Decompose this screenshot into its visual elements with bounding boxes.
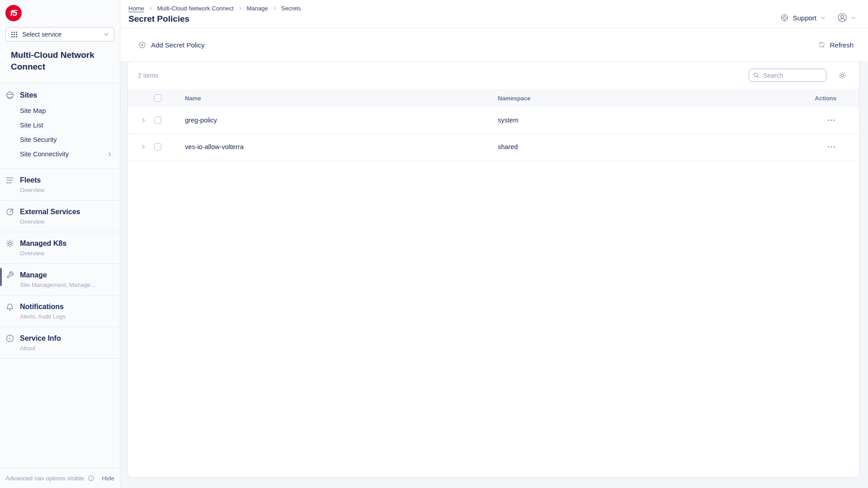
sidebar-item-fleets[interactable]: Fleets bbox=[5, 176, 114, 185]
table-toolbar-right bbox=[749, 69, 846, 82]
external-services-icon bbox=[5, 207, 14, 216]
row-actions-menu-icon[interactable] bbox=[826, 115, 836, 125]
select-all-checkbox[interactable] bbox=[154, 94, 161, 102]
chevron-right-icon bbox=[272, 6, 277, 11]
advanced-nav-label: Advanced nav options visible bbox=[5, 475, 84, 482]
sidebar-section-subtitle: Alerts, Audit Logs bbox=[20, 313, 114, 320]
row-checkbox[interactable] bbox=[154, 117, 161, 124]
refresh-button[interactable]: Refresh bbox=[818, 41, 854, 49]
sidebar-section-subtitle: Overview bbox=[20, 218, 114, 225]
sidebar-section-fleets: Fleets Overview bbox=[0, 169, 120, 201]
sidebar-section-subtitle: About bbox=[20, 345, 114, 352]
column-header-actions: Actions bbox=[815, 95, 836, 102]
info-icon bbox=[88, 475, 94, 482]
action-toolbar: Add Secret Policy Refresh bbox=[120, 28, 868, 61]
sub-link-label: Site Security bbox=[20, 136, 57, 143]
chevron-right-icon bbox=[107, 151, 113, 157]
sidebar-spacer bbox=[0, 359, 120, 468]
wrench-icon bbox=[5, 271, 14, 280]
sidebar-section-title: Service Info bbox=[20, 334, 61, 343]
sidebar-item-site-map[interactable]: Site Map bbox=[20, 103, 114, 118]
sidebar-item-notifications[interactable]: Notifications bbox=[5, 302, 114, 311]
row-checkbox[interactable] bbox=[154, 143, 161, 150]
page-header-left: Home Multi-Cloud Network Connect Manage … bbox=[128, 5, 301, 28]
sidebar-section-external-services: External Services Overview bbox=[0, 201, 120, 232]
items-count: 2 items bbox=[138, 72, 158, 79]
table-row: greg-policy system bbox=[128, 107, 859, 134]
globe-icon bbox=[5, 91, 14, 100]
breadcrumb-item[interactable]: Secrets bbox=[281, 5, 301, 12]
sidebar-item-site-security[interactable]: Site Security bbox=[20, 132, 114, 147]
sidebar-section-subtitle: Site Management, Manage... bbox=[20, 282, 114, 288]
sidebar-section-title: Manage bbox=[20, 271, 47, 279]
sidebar-section-subtitle: Overview bbox=[20, 187, 114, 193]
column-header-name: Name bbox=[166, 95, 498, 102]
sidebar-item-managed-k8s[interactable]: Managed K8s bbox=[5, 239, 114, 248]
sidebar-item-service-info[interactable]: Service Info bbox=[5, 334, 114, 343]
account-menu[interactable] bbox=[837, 12, 856, 23]
table-region: 2 items Name bbox=[120, 61, 868, 488]
gear-icon[interactable] bbox=[838, 71, 846, 80]
table-header-row: Name Namespace Actions bbox=[128, 89, 859, 107]
sidebar-section-title: Sites bbox=[20, 91, 37, 99]
table-toolbar: 2 items bbox=[128, 61, 859, 89]
avatar-icon bbox=[837, 12, 848, 23]
hide-nav-button[interactable]: Hide bbox=[102, 475, 114, 482]
chevron-down-icon bbox=[850, 15, 856, 21]
policy-namespace: system bbox=[498, 117, 809, 124]
breadcrumb: Home Multi-Cloud Network Connect Manage … bbox=[128, 5, 301, 12]
sidebar-section-manage: Manage Site Management, Manage... bbox=[0, 264, 120, 296]
main-content: Home Multi-Cloud Network Connect Manage … bbox=[120, 0, 868, 488]
f5-logo[interactable]: f5 bbox=[5, 5, 22, 21]
sidebar-section-managed-k8s: Managed K8s Overview bbox=[0, 232, 120, 264]
column-header-namespace: Namespace bbox=[498, 95, 809, 102]
sites-list: Site Map Site List Site Security Site Co… bbox=[5, 103, 114, 161]
lifebuoy-icon bbox=[780, 14, 789, 22]
sidebar-section-sites: Sites Site Map Site List Site Security S… bbox=[0, 84, 120, 169]
sidebar-item-external-services[interactable]: External Services bbox=[5, 207, 114, 216]
sub-link-label: Site Connectivity bbox=[20, 150, 69, 158]
sidebar-item-manage[interactable]: Manage bbox=[5, 271, 114, 280]
secret-policies-card: 2 items Name bbox=[127, 61, 859, 478]
refresh-label: Refresh bbox=[830, 41, 854, 49]
expand-row-icon[interactable] bbox=[140, 117, 146, 123]
support-label: Support bbox=[793, 14, 816, 22]
plus-circle-icon bbox=[138, 41, 146, 49]
f5-logo-text: f5 bbox=[10, 8, 17, 18]
chevron-right-icon bbox=[148, 6, 153, 11]
search-box bbox=[749, 69, 826, 82]
breadcrumb-item[interactable]: Multi-Cloud Network Connect bbox=[157, 5, 234, 12]
add-secret-policy-label: Add Secret Policy bbox=[151, 41, 204, 49]
table-row: ves-io-allow-volterra shared bbox=[128, 134, 859, 160]
chevron-down-icon bbox=[103, 31, 109, 38]
sidebar-section-service-info: Service Info About bbox=[0, 327, 120, 359]
sidebar-section-title: Managed K8s bbox=[20, 239, 66, 248]
policy-name-link[interactable]: greg-policy bbox=[166, 117, 498, 124]
breadcrumb-home[interactable]: Home bbox=[128, 5, 144, 12]
search-input[interactable] bbox=[749, 69, 826, 82]
sidebar-section-title: Fleets bbox=[20, 176, 41, 184]
sidebar-top: f5 Select service Multi-Cloud Network Co… bbox=[0, 0, 120, 83]
chevron-right-icon bbox=[238, 6, 243, 11]
sidebar-section-subtitle: Overview bbox=[20, 250, 114, 257]
row-actions-menu-icon[interactable] bbox=[826, 142, 836, 152]
support-menu[interactable]: Support bbox=[780, 14, 826, 22]
service-selector-label: Select service bbox=[22, 31, 61, 38]
breadcrumb-item[interactable]: Manage bbox=[247, 5, 268, 12]
info-icon bbox=[5, 334, 14, 343]
sidebar-item-site-connectivity[interactable]: Site Connectivity bbox=[20, 147, 114, 161]
policy-name-link[interactable]: ves-io-allow-volterra bbox=[166, 143, 498, 150]
add-secret-policy-button[interactable]: Add Secret Policy bbox=[138, 41, 204, 49]
sidebar-section-title: External Services bbox=[20, 208, 80, 216]
service-selector[interactable]: Select service bbox=[5, 27, 114, 42]
page-header: Home Multi-Cloud Network Connect Manage … bbox=[120, 0, 868, 28]
page-title: Secret Policies bbox=[128, 14, 301, 24]
sub-link-label: Site Map bbox=[20, 107, 46, 114]
chevron-down-icon bbox=[820, 15, 826, 21]
search-icon bbox=[753, 72, 760, 79]
sidebar-footer: Advanced nav options visible Hide bbox=[0, 468, 120, 488]
sidebar-section-title: Notifications bbox=[20, 303, 64, 311]
sidebar-item-sites[interactable]: Sites bbox=[5, 91, 114, 100]
sidebar-item-site-list[interactable]: Site List bbox=[20, 118, 114, 132]
expand-row-icon[interactable] bbox=[140, 144, 146, 150]
